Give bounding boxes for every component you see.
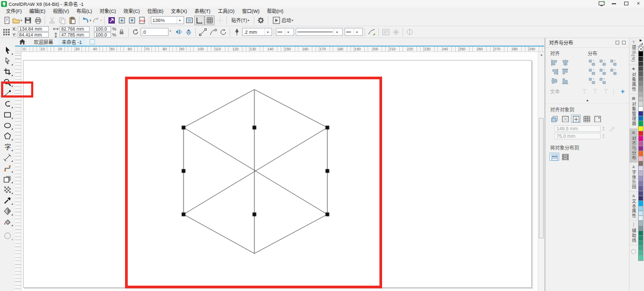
shape-tool[interactable]: [1, 56, 14, 66]
open-button[interactable]: ▾: [12, 16, 23, 25]
mirror-horizontal-button[interactable]: [173, 27, 184, 37]
text-align-button-2[interactable]: [601, 87, 611, 95]
close-button[interactable]: ×: [635, 1, 642, 6]
align-button-1[interactable]: [560, 58, 570, 66]
menu-item-10[interactable]: 窗口(W): [238, 7, 264, 15]
text-wrap-button[interactable]: [380, 27, 391, 37]
monitor-icon[interactable]: [598, 1, 605, 6]
dimension-tool[interactable]: [1, 152, 14, 163]
docker-tab-guides[interactable]: ┆辅助线: [630, 221, 638, 245]
convert-to-curve-button[interactable]: [208, 27, 218, 37]
menu-item-7[interactable]: 文本(X): [167, 7, 191, 15]
menu-item-4[interactable]: 对象(C): [96, 7, 120, 15]
properties-button[interactable]: [405, 27, 415, 37]
outline-pen-tool[interactable]: [1, 230, 14, 241]
crop-tool[interactable]: [1, 66, 14, 77]
rotation-angle-field[interactable]: .0: [141, 28, 169, 36]
align-to-edge-button[interactable]: [560, 115, 570, 123]
show-rulers-button[interactable]: [194, 16, 204, 25]
start-arrowhead-combobox[interactable]: ▾: [276, 28, 294, 36]
end-arrowhead-combobox[interactable]: ▾: [345, 28, 363, 36]
text-align-button-0[interactable]: [580, 87, 589, 95]
horizontal-ruler[interactable]: 0102030405060708090100110120130140150160…: [21, 47, 545, 52]
polygon-tool[interactable]: [1, 131, 14, 141]
object-height-field[interactable]: 47.785 mm: [60, 32, 90, 38]
options-button[interactable]: [256, 16, 266, 25]
scrollbar-thumb[interactable]: [539, 118, 544, 238]
save-button[interactable]: [23, 16, 33, 25]
ruler-origin[interactable]: [15, 47, 21, 52]
align-button-3[interactable]: [560, 68, 570, 76]
add-alignment-point-button[interactable]: +: [620, 87, 625, 95]
welcome-screen-tab[interactable]: 欢迎屏幕: [30, 38, 57, 46]
scale-v-field[interactable]: 100.0: [94, 32, 111, 38]
undo-button[interactable]: ▾: [81, 16, 92, 25]
menu-item-5[interactable]: 效果(C): [120, 7, 144, 15]
freehand-smoothing-icon[interactable]: [367, 27, 377, 37]
palette-scroll-icon[interactable]: ▶: [640, 38, 642, 42]
docker-float-button[interactable]: [616, 41, 619, 44]
export-button[interactable]: [127, 16, 137, 25]
cut-button[interactable]: [47, 16, 57, 25]
lock-ratio-button[interactable]: [116, 27, 127, 37]
docker-tab-font[interactable]: A字体乐园: [630, 163, 638, 192]
distribute-button-5[interactable]: [609, 68, 618, 76]
distribute-button-1[interactable]: [598, 58, 608, 66]
transparency-tool[interactable]: [1, 184, 14, 195]
align-to-grid-button[interactable]: [582, 115, 591, 123]
full-screen-preview-button[interactable]: [184, 16, 194, 25]
outline-width-combobox[interactable]: .2 mm▾: [242, 28, 272, 36]
menu-item-3[interactable]: 布局(L): [73, 7, 96, 15]
document-tab-active[interactable]: 未命名 -1: [57, 38, 86, 46]
new-tab-button[interactable]: [90, 39, 95, 44]
vertical-scrollbar[interactable]: ▲: [538, 52, 544, 291]
align-button-2[interactable]: [550, 68, 559, 76]
close-curve-button[interactable]: [218, 27, 228, 37]
mirror-vertical-button[interactable]: [184, 27, 194, 37]
import-button[interactable]: [116, 16, 127, 25]
distribute-button-3[interactable]: [587, 68, 597, 76]
menu-item-2[interactable]: 视图(V): [49, 7, 73, 15]
menu-item-6[interactable]: 位图(B): [144, 7, 167, 15]
snap-off-button[interactable]: [391, 27, 401, 37]
docker-tab-text-properties[interactable]: A文本属性: [630, 192, 638, 221]
show-grid-button[interactable]: [204, 16, 215, 25]
paste-button[interactable]: [67, 16, 77, 25]
new-document-button[interactable]: [2, 16, 12, 25]
restore-button[interactable]: [623, 1, 630, 6]
convert-to-line-button[interactable]: [197, 27, 208, 37]
line-style-combobox[interactable]: ▾: [296, 28, 343, 36]
menu-item-0[interactable]: 文件(F): [2, 7, 26, 15]
quick-customize-button[interactable]: ◯: [630, 245, 638, 254]
docker-tab-manager[interactable]: ▤对象管理器: [630, 94, 638, 129]
align-button-4[interactable]: [550, 77, 559, 85]
publish-pdf-button[interactable]: PDF: [137, 16, 147, 25]
distribute-button-0[interactable]: [587, 58, 597, 66]
drop-shadow-tool[interactable]: [1, 174, 14, 184]
docker-close-button[interactable]: [622, 41, 626, 44]
align-to-center-button[interactable]: [571, 115, 581, 123]
docker-tab-align[interactable]: ⊞对齐与分布: [630, 129, 638, 163]
no-color-swatch[interactable]: [638, 46, 643, 51]
smart-fill-tool[interactable]: [1, 217, 14, 227]
distribute-button-6[interactable]: [587, 77, 597, 85]
show-guidelines-button[interactable]: [215, 16, 225, 25]
launch-dropdown[interactable]: 启动▾: [270, 16, 296, 25]
menu-item-1[interactable]: 编辑(E): [26, 7, 49, 15]
docker-tab-properties[interactable]: ❖对象属性: [630, 65, 638, 94]
distribute-button-7[interactable]: [598, 77, 608, 85]
copy-button[interactable]: [57, 16, 67, 25]
menu-item-9[interactable]: 工具(O): [214, 7, 238, 15]
menu-item-11[interactable]: 帮助(H): [264, 7, 288, 15]
interactive-fill-tool[interactable]: [1, 206, 14, 217]
minimize-button[interactable]: [610, 1, 617, 6]
ellipse-tool[interactable]: [1, 120, 14, 131]
distribute-button-4[interactable]: [598, 68, 608, 76]
connector-tool[interactable]: [1, 163, 14, 174]
rectangle-tool[interactable]: [1, 109, 14, 120]
align-to-obj-button[interactable]: [550, 115, 559, 123]
print-button[interactable]: [33, 16, 43, 25]
artistic-media-tool[interactable]: [1, 99, 14, 109]
docker-tab-hint[interactable]: ?提示(N): [630, 38, 638, 65]
search-content-button[interactable]: [106, 16, 116, 25]
